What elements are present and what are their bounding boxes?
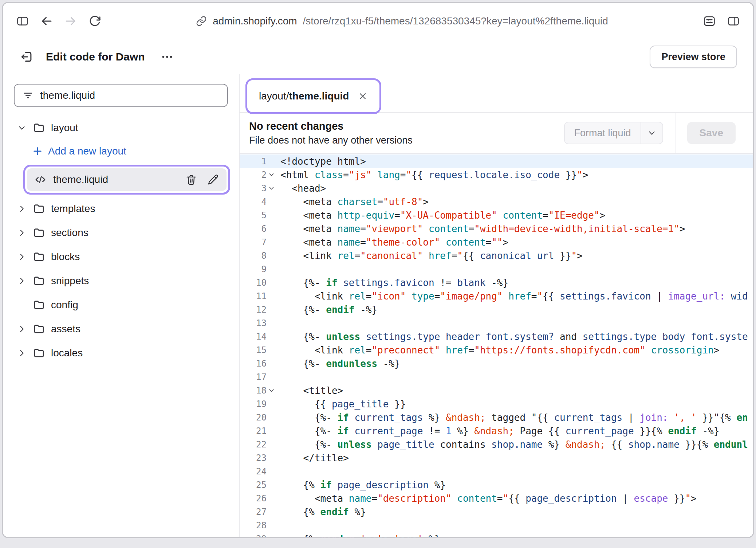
code-line: 2<html class="js" lang="{{ request.local… — [240, 168, 753, 181]
filter-icon — [23, 90, 34, 101]
code-line: 17 — [240, 370, 753, 384]
preview-store-button[interactable]: Preview store — [650, 46, 737, 68]
line-number: 9 — [240, 264, 276, 274]
sidebar-item-label: templates — [51, 203, 95, 215]
code-line: 26 <meta name="description" content="{{ … — [240, 492, 753, 505]
folder-icon — [33, 203, 45, 215]
fold-spacer — [267, 291, 276, 301]
code-line-text[interactable]: <link rel="icon" type="image/png" href="… — [276, 291, 753, 302]
file-search-input[interactable] — [40, 90, 219, 101]
more-options-button[interactable] — [157, 50, 177, 64]
code-line-text[interactable]: <link rel="preconnect" href="https://fon… — [276, 345, 753, 356]
file-search-box[interactable] — [14, 84, 228, 107]
fold-toggle-icon[interactable] — [267, 386, 276, 395]
code-line: 5 <meta http-equiv="X-UA-Compatible" con… — [240, 208, 753, 222]
code-line: 28 — [240, 518, 753, 532]
tab-bar: layout/theme.liquid — [240, 74, 753, 113]
line-number: 26 — [240, 493, 276, 504]
sidebar-item-label: assets — [51, 323, 80, 335]
sidebar-toggle-icon[interactable] — [13, 12, 32, 31]
code-line-text[interactable]: {%- if current_page != 1 %} &ndash; Page… — [276, 426, 753, 437]
fold-spacer — [267, 318, 276, 328]
code-line: 23 </title> — [240, 451, 753, 465]
fold-spacer — [267, 238, 276, 247]
code-line-text[interactable]: {% render 'meta-tags' %} — [276, 533, 753, 537]
code-line-text[interactable]: <head> — [276, 183, 753, 194]
line-number: 23 — [240, 453, 276, 463]
reload-button[interactable] — [85, 12, 104, 31]
code-line-text[interactable]: {%- unless settings.type_header_font.sys… — [276, 331, 753, 342]
chevron-right-icon — [17, 204, 27, 214]
browser-settings-icon[interactable] — [700, 12, 719, 31]
tab-theme-liquid[interactable]: layout/theme.liquid — [249, 82, 377, 110]
code-line-text[interactable]: <meta name="theme-color" content=""> — [276, 237, 753, 248]
code-line-text[interactable]: {% endif %} — [276, 506, 753, 517]
line-number: 13 — [240, 318, 276, 328]
code-line-text[interactable]: <meta charset="utf-8"> — [276, 196, 753, 207]
code-line: 1<!doctype html> — [240, 154, 753, 168]
save-button[interactable]: Save — [687, 122, 736, 144]
fold-spacer — [267, 332, 276, 341]
code-line-text[interactable]: {%- if settings.favicon != blank -%} — [276, 277, 753, 288]
line-number: 27 — [240, 507, 276, 517]
code-line-text[interactable]: <meta name="description" content="{{ pag… — [276, 493, 753, 504]
code-line-text[interactable]: <title> — [276, 385, 753, 396]
line-number: 25 — [240, 480, 276, 490]
code-line-text[interactable]: </title> — [276, 453, 753, 463]
sidebar-right-toggle-icon[interactable] — [724, 12, 743, 31]
sidebar-item-assets[interactable]: assets — [3, 317, 239, 341]
format-liquid-label: Format liquid — [565, 128, 641, 139]
back-button[interactable] — [37, 12, 56, 31]
plus-icon — [32, 146, 43, 157]
code-line-text[interactable]: {% if page_description %} — [276, 480, 753, 490]
fold-toggle-icon[interactable] — [267, 184, 276, 193]
code-line-text[interactable]: {%- if current_tags %} &ndash; tagged "{… — [276, 412, 753, 423]
line-number: 20 — [240, 412, 276, 423]
code-line-text[interactable]: <!doctype html> — [276, 156, 753, 167]
sidebar-item-snippets[interactable]: snippets — [3, 269, 239, 293]
line-number: 19 — [240, 399, 276, 409]
folder-icon — [33, 122, 45, 134]
code-line-text[interactable]: {%- unless page_title contains shop.name… — [276, 439, 753, 450]
format-liquid-button[interactable]: Format liquid — [564, 122, 663, 144]
exit-editor-button[interactable] — [17, 48, 36, 66]
rename-file-icon[interactable] — [207, 173, 219, 186]
browser-toolbar: admin.shopify.com/store/rzq1xu-f5/themes… — [3, 3, 753, 39]
url-bar[interactable]: admin.shopify.com/store/rzq1xu-f5/themes… — [109, 15, 695, 27]
code-line-text[interactable]: <html class="js" lang="{{ request.locale… — [276, 169, 753, 180]
code-line: 10 {%- if settings.favicon != blank -%} — [240, 276, 753, 289]
sidebar-item-label: sections — [51, 227, 88, 239]
format-dropdown-chevron-icon[interactable] — [641, 128, 662, 138]
code-line: 13 — [240, 316, 753, 330]
tab-path-prefix: layout/ — [259, 90, 289, 102]
fold-spacer — [267, 480, 276, 490]
folder-icon — [33, 227, 45, 239]
sidebar-item-layout[interactable]: layout — [3, 116, 239, 140]
code-line-text[interactable]: {%- endif -%} — [276, 304, 753, 315]
sidebar-item-theme-liquid[interactable]: theme.liquid — [27, 168, 227, 191]
code-line-text[interactable]: <meta http-equiv="X-UA-Compatible" conte… — [276, 210, 753, 221]
sidebar-item-templates[interactable]: templates — [3, 197, 239, 221]
code-line: 3 <head> — [240, 181, 753, 195]
code-line: 7 <meta name="theme-color" content=""> — [240, 235, 753, 249]
sidebar-item-label: locales — [51, 347, 83, 359]
fold-spacer — [267, 453, 276, 463]
code-line-text[interactable]: <link rel="canonical" href="{{ canonical… — [276, 250, 753, 261]
forward-button[interactable] — [61, 12, 80, 31]
code-line-text[interactable]: <meta name="viewport" content="width=dev… — [276, 223, 753, 234]
fold-spacer — [267, 440, 276, 449]
sidebar-add-layout-link[interactable]: Add a new layout — [3, 140, 239, 163]
code-editor[interactable]: 1<!doctype html>2<html class="js" lang="… — [240, 154, 753, 537]
close-tab-icon[interactable] — [358, 91, 368, 101]
fold-toggle-icon[interactable] — [267, 170, 276, 180]
code-file-icon — [34, 173, 47, 186]
delete-file-icon[interactable] — [185, 173, 197, 186]
sidebar-item-sections[interactable]: sections — [3, 221, 239, 245]
sidebar-item-config[interactable]: config — [3, 293, 239, 317]
sidebar-item-blocks[interactable]: blocks — [3, 245, 239, 269]
line-number: 29 — [240, 534, 276, 537]
code-line: 19 {{ page_title }} — [240, 397, 753, 411]
code-line-text[interactable]: {%- endunless -%} — [276, 358, 753, 369]
code-line-text[interactable]: {{ page_title }} — [276, 399, 753, 410]
sidebar-item-locales[interactable]: locales — [3, 341, 239, 365]
